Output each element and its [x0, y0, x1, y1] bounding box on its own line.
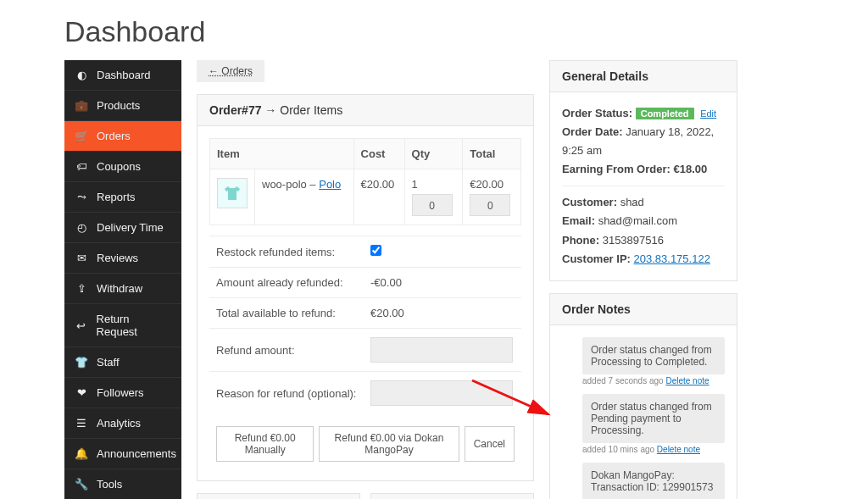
order-notes-body: Order status changed from Processing to … [550, 325, 737, 499]
refund-reason-input[interactable] [370, 380, 513, 406]
cancel-refund-button[interactable]: Cancel [465, 426, 515, 462]
shipping-panel: Shipping Address No shipping address set [370, 493, 534, 499]
refund-manually-button[interactable]: Refund €0.00 Manually [216, 426, 314, 462]
address-row: Billing Address dean dean Shipping Addre… [197, 493, 534, 499]
sidebar-item-orders[interactable]: 🛒Orders [64, 121, 181, 152]
available-refund-row: Total available to refund: €20.00 [209, 298, 521, 329]
order-date-label: Order Date: [562, 125, 626, 138]
chart-icon: ⤳ [75, 191, 88, 203]
earning-value: €18.00 [673, 163, 707, 175]
sidebar-item-followers[interactable]: ❤Followers [64, 378, 181, 408]
refund-reason-row: Reason for refund (optional): [209, 372, 521, 414]
order-note: Dokan MangoPay: Transaction ID: 12990157… [582, 463, 725, 499]
order-status-label: Order Status: [562, 107, 636, 119]
order-number: Order#77 [209, 103, 261, 117]
items-header-row: Item Cost Qty Total [210, 139, 521, 169]
sidebar-item-label: Withdraw [97, 282, 142, 295]
sidebar-item-label: Announcements [97, 447, 176, 460]
order-notes-header: Order Notes [550, 294, 737, 325]
undo-icon: ↩ [75, 319, 88, 332]
restock-checkbox[interactable] [370, 245, 381, 256]
ip-label: Customer IP: [562, 252, 634, 265]
sidebar-item-label: Return Request [97, 313, 171, 338]
cart-icon: 🛒 [75, 130, 88, 142]
edit-status-link[interactable]: Edit [700, 108, 716, 119]
order-items-header: Order#77 → Order Items [198, 95, 533, 126]
refund-mangopay-button[interactable]: Refund €0.00 via Dokan MangoPay [319, 426, 459, 462]
email-value: shad@mail.com [598, 214, 677, 227]
col-qty: Qty [404, 139, 463, 169]
sidebar-item-products[interactable]: 💼Products [64, 91, 181, 121]
order-note-meta: added 7 seconds ago Delete note [582, 376, 725, 385]
item-thumb-cell [210, 169, 255, 225]
tshirt-icon [222, 183, 242, 203]
sidebar-item-label: Reports [97, 191, 136, 203]
sidebar-item-label: Delivery Time [97, 221, 164, 234]
item-name-prefix: woo-polo – [262, 178, 319, 191]
delete-note-link[interactable]: Delete note [665, 376, 709, 385]
already-refunded-value: -€0.00 [370, 276, 515, 289]
sidebar-item-coupons[interactable]: 🏷Coupons [64, 152, 181, 182]
refund-amount-input[interactable] [370, 337, 513, 363]
sidebar-item-delivery-time[interactable]: ◴Delivery Time [64, 213, 181, 243]
sidebar-item-reviews[interactable]: ✉Reviews [64, 243, 181, 274]
sidebar-item-label: Analytics [97, 417, 141, 430]
customer-value: shad [620, 196, 644, 208]
bell-icon: 🔔 [75, 447, 88, 460]
back-to-orders-link[interactable]: ← Orders [197, 60, 264, 82]
restock-label: Restock refunded items: [216, 246, 370, 258]
order-items-subtitle: → Order Items [261, 103, 342, 117]
order-notes-title: Order Notes [562, 302, 631, 316]
sidebar-item-label: Coupons [97, 160, 141, 173]
sidebar-item-dashboard[interactable]: ◐Dashboard [64, 60, 181, 91]
clock-icon: ◴ [75, 221, 88, 234]
main-content: ← Orders Order#77 → Order Items Item Cos… [197, 60, 868, 499]
item-qty-cell: 1 0 [404, 169, 463, 225]
restock-row: Restock refunded items: [209, 236, 521, 268]
order-note-meta: added 10 mins ago Delete note [582, 445, 725, 454]
sidebar-item-return-request[interactable]: ↩Return Request [64, 304, 181, 347]
general-details-header: General Details [550, 61, 737, 92]
order-status-badge: Completed [636, 108, 694, 119]
sidebar-item-label: Tools [97, 478, 122, 491]
refund-reason-label: Reason for refund (optional): [216, 387, 370, 400]
refund-amount-row: Refund amount: [209, 329, 521, 372]
ip-link[interactable]: 203.83.175.122 [634, 252, 710, 265]
refund-buttons: Refund €0.00 Manually Refund €0.00 via D… [209, 414, 521, 469]
email-label: Email: [562, 214, 598, 227]
col-item: Item [210, 139, 354, 169]
column-left: ← Orders Order#77 → Order Items Item Cos… [197, 60, 534, 499]
sidebar-item-reports[interactable]: ⤳Reports [64, 182, 181, 213]
billing-header: Billing Address [198, 494, 359, 499]
tshirt-icon: 👕 [75, 356, 88, 369]
item-cost: €20.00 [353, 169, 404, 225]
sidebar-item-analytics[interactable]: ☰Analytics [64, 408, 181, 439]
available-refund-value: €20.00 [370, 307, 515, 319]
item-name-cell: woo-polo – Polo [255, 169, 354, 225]
note-time: added 7 seconds ago [582, 376, 665, 385]
sidebar-item-tools[interactable]: 🔧Tools [64, 469, 181, 499]
sidebar-item-announcements[interactable]: 🔔Announcements [64, 439, 181, 469]
phone-value: 3153897516 [603, 234, 664, 247]
sidebar-item-label: Orders [97, 130, 131, 142]
available-refund-label: Total available to refund: [216, 307, 370, 319]
already-refunded-label: Amount already refunded: [216, 276, 370, 289]
bars-icon: ☰ [75, 417, 88, 430]
billing-panel: Billing Address dean dean [197, 493, 360, 499]
phone-label: Phone: [562, 234, 603, 247]
refund-total-input[interactable]: 0 [470, 194, 510, 216]
sidebar-item-withdraw[interactable]: ⇪Withdraw [64, 274, 181, 304]
briefcase-icon: 💼 [75, 99, 88, 112]
delete-note-link[interactable]: Delete note [657, 445, 700, 454]
product-link[interactable]: Polo [319, 178, 341, 191]
comment-icon: ✉ [75, 252, 88, 264]
layout: ◐Dashboard💼Products🛒Orders🏷Coupons⤳Repor… [0, 60, 868, 499]
refund-qty-input[interactable]: 0 [412, 194, 453, 216]
refund-section: Restock refunded items: Amount already r… [209, 236, 521, 414]
general-details-title: General Details [562, 69, 648, 83]
sidebar-item-label: Products [97, 99, 140, 112]
gauge-icon: ◐ [75, 69, 88, 81]
sidebar-item-staff[interactable]: 👕Staff [64, 347, 181, 378]
col-total: Total [463, 139, 521, 169]
item-row: woo-polo – Polo €20.00 1 0 €20.00 0 [210, 169, 521, 225]
